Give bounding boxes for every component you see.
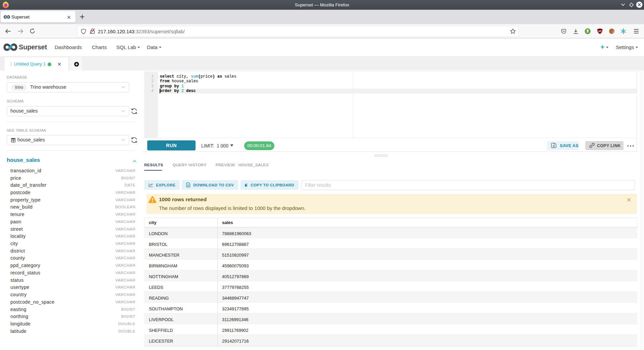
svg-text:uO: uO (598, 30, 601, 32)
